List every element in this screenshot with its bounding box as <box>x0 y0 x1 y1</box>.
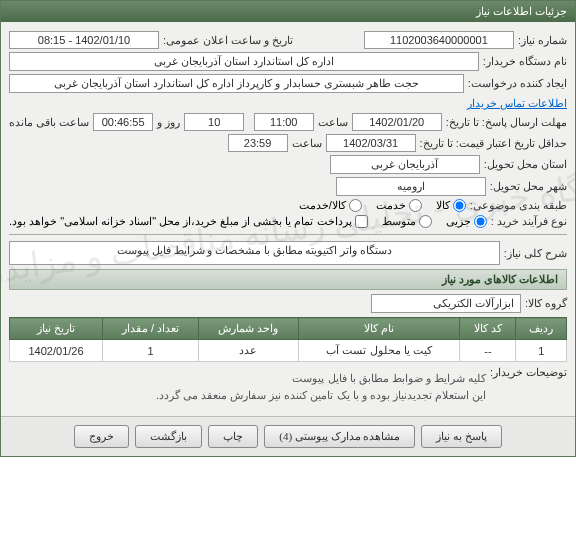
back-button[interactable]: بازگشت <box>135 425 202 448</box>
lbl-at-time-2: ساعت <box>292 137 322 150</box>
subject-label-2: کالا/خدمت <box>299 199 346 212</box>
subject-option-2[interactable]: کالا/خدمت <box>299 199 362 212</box>
exit-button[interactable]: خروج <box>74 425 129 448</box>
val-req-no: 1102003640000001 <box>364 31 514 49</box>
lbl-remaining: ساعت باقی مانده <box>9 116 89 129</box>
lbl-req-no: شماره نیاز: <box>518 34 567 47</box>
table-cell-code: -- <box>460 340 516 362</box>
goods-info-header: اطلاعات کالاهای مورد نیاز <box>9 269 567 290</box>
table-cell-no: 1 <box>516 340 567 362</box>
separator <box>9 234 567 235</box>
print-button[interactable]: چاپ <box>208 425 258 448</box>
contact-info-link[interactable]: اطلاعات تماس خریدار <box>467 97 567 110</box>
purchase-label-0: جزیی <box>446 215 471 228</box>
val-price-valid-date: 1402/03/31 <box>326 134 416 152</box>
lbl-deadline: مهلت ارسال پاسخ: تا تاریخ: <box>446 116 567 129</box>
goods-table: ردیفکد کالانام کالاواحد شمارشتعداد / مقد… <box>9 317 567 362</box>
lbl-province: استان محل تحویل: <box>484 158 567 171</box>
respond-button[interactable]: پاسخ به نیاز <box>421 425 502 448</box>
val-requester: حجت طاهر شبستری حسابدار و کارپرداز اداره… <box>9 74 464 93</box>
table-cell-date: 1402/01/26 <box>10 340 103 362</box>
table-cell-unit: عدد <box>198 340 298 362</box>
table-header: کد کالا <box>460 318 516 340</box>
table-header: واحد شمارش <box>198 318 298 340</box>
lbl-buyer-org: نام دستگاه خریدار: <box>483 55 567 68</box>
val-goods-group: ابزارآلات الکتریکی <box>371 294 521 313</box>
val-buyer-org: اداره کل استاندارد استان آذربایجان غربی <box>9 52 479 71</box>
lbl-requester: ایجاد کننده درخواست: <box>468 77 567 90</box>
lbl-announce: تاریخ و ساعت اعلان عمومی: <box>163 34 293 47</box>
lbl-city: شهر محل تحویل: <box>490 180 567 193</box>
purchase-option-1[interactable]: متوسط <box>382 215 432 228</box>
lbl-desc: شرح کلی نیاز: <box>504 247 567 260</box>
subject-radio-0[interactable] <box>453 199 466 212</box>
purchase-radio-1[interactable] <box>419 215 432 228</box>
val-buyer-notes: کلیه شرایط و ضوابط مطابق با فایل پیوستای… <box>156 366 486 407</box>
lbl-at-time-1: ساعت <box>318 116 348 129</box>
purchase-radio-group: جزییمتوسط <box>382 215 487 228</box>
val-deadline-time: 11:00 <box>254 113 314 131</box>
subject-option-1[interactable]: خدمت <box>376 199 422 212</box>
table-cell-qty: 1 <box>103 340 199 362</box>
panel-title: جزئیات اطلاعات نیاز <box>1 1 575 22</box>
subject-radio-group: کالاخدمتکالا/خدمت <box>299 199 466 212</box>
treasury-checkbox-item[interactable]: پرداخت تمام یا بخشی از مبلغ خرید،از محل … <box>9 215 368 228</box>
val-desc[interactable] <box>9 241 500 265</box>
val-price-valid-time: 23:59 <box>228 134 288 152</box>
treasury-checkbox[interactable] <box>355 215 368 228</box>
lbl-subject-cat: طبقه بندی موضوعی: <box>470 199 567 212</box>
lbl-buyer-notes: توضیحات خریدار: <box>490 366 567 379</box>
lbl-goods-group: گروه کالا: <box>525 297 567 310</box>
table-row[interactable]: 1--کیت یا محلول تست آبعدد11402/01/26 <box>10 340 567 362</box>
table-header: نام کالا <box>298 318 460 340</box>
purchase-radio-0[interactable] <box>474 215 487 228</box>
lbl-days-and: روز و <box>157 116 180 129</box>
purchase-label-1: متوسط <box>382 215 416 228</box>
purchase-option-0[interactable]: جزیی <box>446 215 487 228</box>
subject-option-0[interactable]: کالا <box>436 199 466 212</box>
subject-radio-2[interactable] <box>349 199 362 212</box>
table-header: ردیف <box>516 318 567 340</box>
lbl-purchase-proc: نوع فرآیند خرید : <box>491 215 567 228</box>
subject-radio-1[interactable] <box>409 199 422 212</box>
subject-label-0: کالا <box>436 199 450 212</box>
button-bar: پاسخ به نیاز مشاهده مدارک پیوستی (4) چاپ… <box>1 416 575 456</box>
val-days-left: 10 <box>184 113 244 131</box>
val-deadline-date: 1402/01/20 <box>352 113 442 131</box>
table-cell-name: کیت یا محلول تست آب <box>298 340 460 362</box>
val-province: آذربایجان غربی <box>330 155 480 174</box>
val-city: ارومیه <box>336 177 486 196</box>
val-time-left: 00:46:55 <box>93 113 153 131</box>
lbl-price-valid: حداقل تاریخ اعتبار قیمت: تا تاریخ: <box>420 137 567 150</box>
subject-label-1: خدمت <box>376 199 406 212</box>
treasury-note: پرداخت تمام یا بخشی از مبلغ خرید،از محل … <box>9 215 352 228</box>
table-header: تاریخ نیاز <box>10 318 103 340</box>
val-announce: 1402/01/10 - 08:15 <box>9 31 159 49</box>
attachments-button[interactable]: مشاهده مدارک پیوستی (4) <box>264 425 415 448</box>
table-header: تعداد / مقدار <box>103 318 199 340</box>
